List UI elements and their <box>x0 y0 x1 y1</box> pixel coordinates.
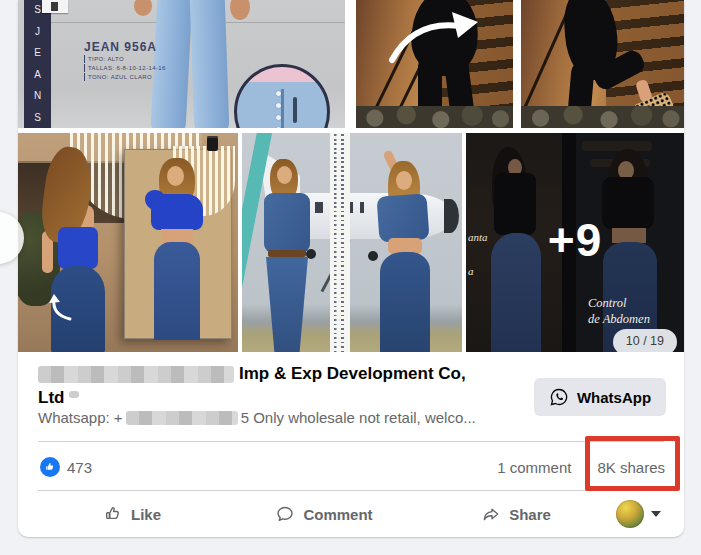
rocks-ground <box>356 106 513 128</box>
brown-belt <box>268 250 306 257</box>
comment-as-selector[interactable] <box>612 500 678 528</box>
whatsapp-icon <box>549 387 569 407</box>
like-button-label: Like <box>131 506 161 523</box>
plane-wheel <box>368 251 378 261</box>
spec-text-strip <box>330 133 350 352</box>
jeans-button <box>276 91 281 96</box>
caption-fragment: a <box>468 265 474 277</box>
catalog-title: JEAN 956A <box>84 40 166 54</box>
lift-arrow-icon <box>384 6 488 70</box>
jeans-button <box>276 115 281 120</box>
share-count[interactable]: 8K shares <box>597 459 665 476</box>
photo-jeans-catalog[interactable]: S J E A N S JEAN 956A TIPO: ALTO TALLAS:… <box>18 0 345 128</box>
post-title-line2: Ltd <box>38 388 79 408</box>
multi-photo-icon <box>207 136 218 151</box>
logo-mark <box>51 2 58 11</box>
stats-right: 1 comment 8K shares <box>497 459 665 476</box>
comment-count[interactable]: 1 comment <box>497 459 571 476</box>
action-bar: Like Comment Share <box>18 491 684 537</box>
redacted-mark <box>69 391 79 398</box>
inset-front-photo <box>124 149 232 339</box>
subtitle-suffix: 5 Only wholesale not retail, welco... <box>241 409 476 426</box>
jeans-leg <box>189 0 229 128</box>
like-button[interactable]: Like <box>36 496 228 532</box>
denim-crop-jacket <box>376 193 429 242</box>
plane-nose <box>444 199 459 233</box>
brand-strip: S J E A N S <box>24 0 51 128</box>
model-hand <box>134 0 152 16</box>
photo-grid: S J E A N S JEAN 956A TIPO: ALTO TALLAS:… <box>18 0 684 352</box>
photo-caption: Control de Abdomen <box>588 295 650 327</box>
rocks-ground <box>521 106 684 128</box>
post-title-line1: Imp & Exp Development Co, <box>38 364 466 384</box>
brand-letter: S <box>34 113 41 123</box>
comment-button[interactable]: Comment <box>228 496 420 532</box>
redacted-name <box>38 366 234 383</box>
model-face <box>277 166 292 184</box>
blue-crop-top <box>151 194 203 230</box>
thumbs-up-icon <box>103 504 123 524</box>
avatar[interactable] <box>616 500 644 528</box>
brand-letter: A <box>34 70 41 80</box>
post-title-text[interactable]: Ltd <box>38 388 64 408</box>
subtitle-prefix: Whatsapp: + <box>38 409 123 426</box>
caption-line: Control <box>588 295 650 311</box>
brand-letter: J <box>35 27 40 37</box>
catalog-spec-line: TONO: AZUL CLARO <box>84 73 166 81</box>
share-button[interactable]: Share <box>420 496 612 532</box>
denim-jacket <box>264 193 310 253</box>
blue-jeans <box>154 242 200 340</box>
post-card: S J E A N S JEAN 956A TIPO: ALTO TALLAS:… <box>18 0 684 537</box>
brand-letter: N <box>34 91 41 101</box>
photo-black-jeans-rear[interactable] <box>356 0 513 128</box>
lift-arrow-icon <box>48 293 74 323</box>
denim-jeans <box>266 257 308 352</box>
comment-icon <box>275 504 295 524</box>
share-icon <box>481 504 501 524</box>
caret-down-icon[interactable] <box>651 511 661 517</box>
brand-letter: S <box>34 5 41 15</box>
blue-tube-top <box>58 227 98 269</box>
whatsapp-button-label: WhatsApp <box>577 389 651 406</box>
more-photos-count[interactable]: +9 <box>548 212 602 266</box>
redacted-phone <box>126 411 238 425</box>
share-button-label: Share <box>509 506 551 523</box>
reaction-count[interactable]: 473 <box>67 459 92 476</box>
divider <box>38 441 664 442</box>
model-midriff <box>161 229 193 243</box>
caption-fragment: anta <box>468 231 488 243</box>
model-face <box>396 171 412 190</box>
photo-blue-top-livingroom[interactable] <box>18 133 238 352</box>
jeans-button <box>276 127 281 128</box>
denim-jeans <box>380 252 430 352</box>
post-title-text[interactable]: Imp & Exp Development Co, <box>239 364 466 384</box>
catalog-spec-block: JEAN 956A TIPO: ALTO TALLAS: 6-8-10-12-1… <box>84 40 166 81</box>
catalog-spec-line: TALLAS: 6-8-10-12-14-16 <box>84 64 166 72</box>
detail-inset-circle <box>234 64 330 128</box>
comment-button-label: Comment <box>303 506 372 523</box>
catalog-corner-card <box>42 0 68 13</box>
photo-more-overlay[interactable]: anta a +9 Control de Abdomen 10 / 19 <box>466 133 684 352</box>
photo-black-jeans-heel[interactable] <box>521 0 684 128</box>
photo-airplane-denim[interactable] <box>242 133 462 352</box>
brand-letter: E <box>34 48 41 58</box>
carousel-counter: 10 / 19 <box>613 329 677 352</box>
caption-line: de Abdomen <box>588 311 650 327</box>
model-face <box>167 166 184 186</box>
thumb-glyph <box>44 461 56 473</box>
post-subtitle: Whatsapp: + 5 Only wholesale not retail,… <box>38 409 476 426</box>
jeans-button <box>276 103 281 108</box>
jeans-fly-seam <box>281 89 284 128</box>
model-hand <box>230 0 250 20</box>
catalog-spec-line: TIPO: ALTO <box>84 55 166 63</box>
zipper-pull <box>293 97 297 123</box>
whatsapp-button[interactable]: WhatsApp <box>534 378 666 416</box>
like-reaction-icon[interactable] <box>40 457 60 477</box>
